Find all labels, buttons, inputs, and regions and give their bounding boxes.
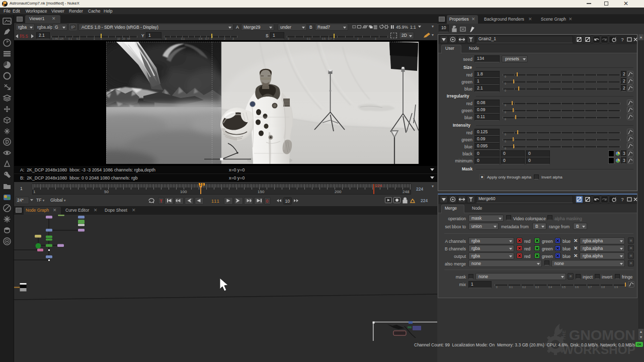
svg-text:D: D — [6, 139, 9, 145]
svg-text:THE: THE — [561, 330, 567, 341]
svg-text:10: 10 — [285, 199, 290, 204]
svg-text:?: ? — [621, 37, 624, 42]
svg-text:?: ? — [621, 197, 624, 202]
svg-text:GNOMON: GNOMON — [569, 328, 635, 343]
svg-text:111: 111 — [211, 199, 220, 204]
svg-text:T: T — [160, 199, 163, 204]
svg-text:0: 0 — [266, 199, 269, 204]
